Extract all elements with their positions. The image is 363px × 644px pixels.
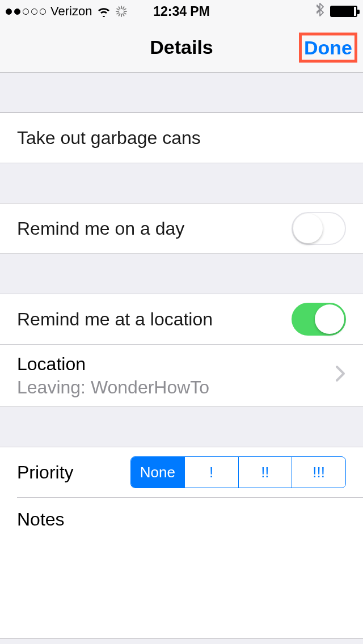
remind-day-toggle[interactable] bbox=[292, 212, 346, 245]
notes-text-area[interactable] bbox=[0, 548, 363, 638]
priority-notes-group: Priority None ! !! !!! Notes bbox=[0, 447, 363, 639]
carrier-label: Verizon bbox=[50, 4, 92, 19]
wifi-icon bbox=[96, 6, 111, 17]
priority-option-high[interactable]: !!! bbox=[292, 457, 345, 488]
remind-day-label: Remind me on a day bbox=[17, 218, 292, 239]
battery-icon bbox=[330, 6, 357, 17]
priority-option-none[interactable]: None bbox=[131, 457, 184, 488]
status-bar: Verizon 12:34 PM bbox=[0, 0, 363, 23]
remind-day-group: Remind me on a day bbox=[0, 203, 363, 254]
done-button-highlight: Done bbox=[299, 32, 357, 62]
bluetooth-icon bbox=[316, 3, 324, 20]
reminder-title-cell[interactable]: Take out garbage cans bbox=[0, 113, 363, 163]
signal-strength-icon bbox=[6, 9, 46, 15]
location-label: Location bbox=[17, 354, 335, 375]
priority-label: Priority bbox=[17, 462, 130, 483]
location-cell[interactable]: Location Leaving: WonderHowTo bbox=[0, 344, 363, 406]
status-right bbox=[210, 3, 357, 20]
location-detail: Leaving: WonderHowTo bbox=[17, 377, 335, 398]
notes-label: Notes bbox=[17, 509, 65, 530]
remind-location-group: Remind me at a location Location Leaving… bbox=[0, 294, 363, 407]
reminder-title-group: Take out garbage cans bbox=[0, 112, 363, 163]
status-left: Verizon bbox=[6, 4, 153, 19]
priority-option-medium[interactable]: !! bbox=[238, 457, 292, 488]
activity-spinner-icon bbox=[116, 6, 127, 17]
priority-segmented-control[interactable]: None ! !! !!! bbox=[130, 456, 346, 488]
priority-option-low[interactable]: ! bbox=[184, 457, 238, 488]
notes-cell[interactable]: Notes bbox=[0, 498, 363, 548]
remind-location-toggle[interactable] bbox=[292, 303, 346, 336]
status-time: 12:34 PM bbox=[153, 4, 210, 19]
remind-day-cell: Remind me on a day bbox=[0, 204, 363, 253]
remind-location-cell: Remind me at a location bbox=[0, 294, 363, 344]
page-title: Details bbox=[150, 36, 213, 58]
reminder-title-text: Take out garbage cans bbox=[17, 128, 346, 149]
done-button[interactable]: Done bbox=[304, 36, 352, 58]
chevron-right-icon bbox=[335, 365, 346, 387]
remind-location-label: Remind me at a location bbox=[17, 309, 292, 330]
navigation-bar: Details Done bbox=[0, 23, 363, 73]
priority-cell: Priority None ! !! !!! bbox=[0, 447, 363, 497]
